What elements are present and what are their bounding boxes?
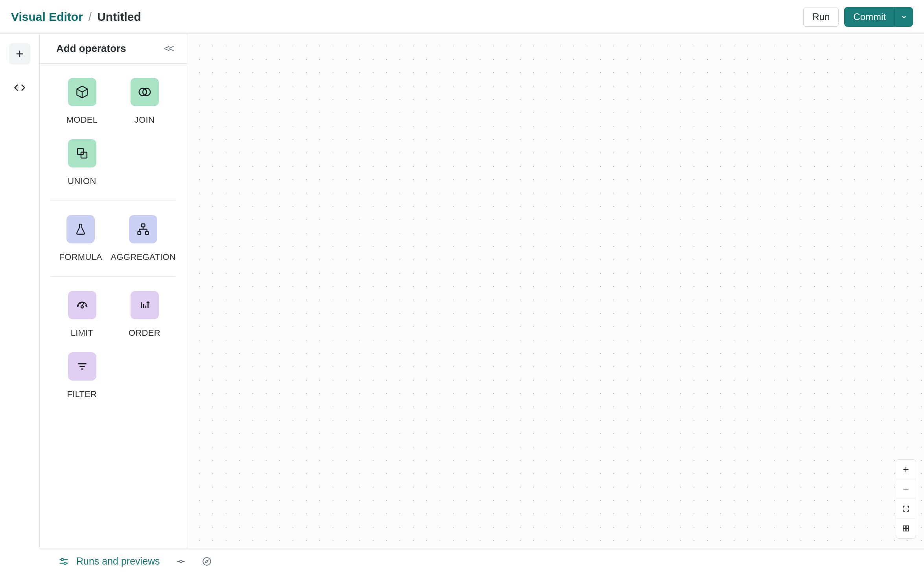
flask-icon [66,215,95,243]
breadcrumb: Visual Editor / Untitled [11,10,141,24]
minus-icon [902,485,910,493]
panel-title: Add operators [56,42,126,55]
svg-point-9 [81,306,83,308]
svg-rect-8 [145,232,149,235]
runs-previews-label: Runs and previews [76,556,160,567]
svg-point-27 [61,558,64,561]
svg-point-29 [64,562,66,564]
operator-group-transform: FORMULA AGGREGATION [51,215,176,276]
commit-node-icon[interactable] [176,556,186,567]
gauge-icon [68,291,96,319]
left-toolbar [0,34,39,548]
svg-point-33 [203,557,211,565]
group-divider [51,201,176,201]
filter-lines-icon [68,352,96,381]
cube-icon [68,78,96,106]
compass-icon[interactable] [202,556,212,567]
operator-label: JOIN [134,115,155,125]
shapes-union-icon [68,139,96,167]
code-tool-button[interactable] [9,77,30,98]
svg-point-10 [77,305,78,306]
sort-icon [131,291,159,319]
svg-rect-5 [81,152,87,158]
operator-group-inputs: MODEL JOIN UNION [51,78,176,201]
main-area: Add operators << MODEL JOIN [0,34,924,548]
operator-label: ORDER [129,328,160,338]
svg-rect-23 [906,526,909,528]
chevron-down-icon [900,13,907,20]
svg-marker-34 [205,560,208,563]
chevron-left-double-icon: << [164,42,173,54]
app-name-link[interactable]: Visual Editor [11,10,83,24]
operator-model[interactable]: MODEL [51,78,113,125]
maximize-icon [902,505,910,513]
breadcrumb-separator: / [88,10,92,24]
svg-point-11 [79,303,80,304]
document-title[interactable]: Untitled [97,10,141,24]
svg-rect-24 [903,529,906,531]
grid-view-button[interactable] [896,519,916,538]
operator-list: MODEL JOIN UNION [40,64,187,414]
operator-label: MODEL [66,115,98,125]
panel-header: Add operators << [40,34,187,64]
operator-label: AGGREGATION [111,252,176,262]
commit-button-group: Commit [844,7,913,27]
svg-rect-25 [906,529,909,531]
svg-rect-22 [903,526,906,528]
svg-point-30 [179,560,182,563]
operator-label: FORMULA [59,252,102,262]
run-button[interactable]: Run [803,7,839,27]
zoom-out-button[interactable] [896,479,916,499]
canvas-surface[interactable] [187,34,924,548]
hierarchy-icon [129,215,157,243]
svg-point-12 [86,305,87,306]
code-icon [14,82,26,94]
plus-icon [902,465,910,474]
collapse-panel-button[interactable]: << [164,42,173,55]
operator-label: FILTER [67,389,97,399]
runs-previews-button[interactable]: Runs and previews [58,556,160,567]
svg-rect-4 [77,149,83,155]
svg-rect-6 [142,224,145,227]
operator-join[interactable]: JOIN [113,78,176,125]
commit-button[interactable]: Commit [844,7,895,27]
adjustments-icon [58,556,69,567]
add-tool-button[interactable] [9,43,30,64]
svg-rect-7 [138,232,141,235]
group-divider [51,276,176,277]
bottom-bar: Runs and previews [39,548,924,574]
plus-icon [14,48,25,59]
grid-icon [902,524,910,532]
operators-panel: Add operators << MODEL JOIN [39,34,187,548]
header-actions: Run Commit [803,7,913,27]
header-bar: Visual Editor / Untitled Run Commit [0,0,924,34]
commit-dropdown-button[interactable] [895,7,913,27]
operator-label: UNION [68,176,96,186]
operator-order[interactable]: ORDER [113,291,176,338]
venn-icon [131,78,159,106]
operator-formula[interactable]: FORMULA [51,215,111,262]
zoom-in-button[interactable] [896,460,916,479]
operator-filter[interactable]: FILTER [51,352,113,399]
operator-union[interactable]: UNION [51,139,113,186]
operator-group-filter: LIMIT ORDER FILTER [51,291,176,414]
operator-aggregation[interactable]: AGGREGATION [111,215,176,262]
operator-label: LIMIT [71,328,94,338]
fit-screen-button[interactable] [896,499,916,519]
canvas-container [187,34,924,548]
canvas-controls [896,459,916,539]
operator-limit[interactable]: LIMIT [51,291,113,338]
